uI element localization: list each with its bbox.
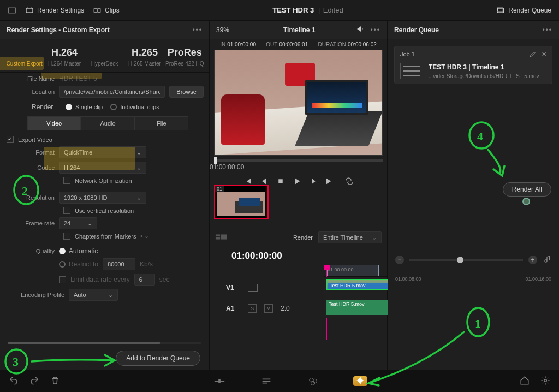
- job-path: ...vider Storage/Downloads/HDR TEST 5.mo…: [429, 73, 539, 79]
- go-end-icon[interactable]: [324, 175, 336, 187]
- quality-restrict-radio[interactable]: Restrict to: [59, 260, 98, 268]
- render-queue-title: Render Queue: [394, 26, 439, 34]
- preset-prores[interactable]: ProRes ProRes 422 HQ: [165, 47, 205, 67]
- restrict-field[interactable]: [103, 258, 135, 270]
- location-field[interactable]: [59, 86, 165, 98]
- undo-icon[interactable]: [9, 376, 19, 387]
- zoom-in-icon[interactable]: +: [528, 256, 537, 264]
- render-scope-select[interactable]: Entire Timeline⌄: [318, 231, 382, 243]
- redo-icon[interactable]: [29, 376, 39, 387]
- play-icon[interactable]: [291, 175, 303, 187]
- job-card[interactable]: Job 1 ✕ TEST HDR 3 | Timeline 1 ...vider…: [394, 46, 552, 84]
- page-deliver-icon[interactable]: [353, 376, 367, 386]
- encoding-profile-select[interactable]: Auto⌄: [69, 289, 118, 301]
- video-clip[interactable]: Test HDR 5.mov: [326, 279, 390, 290]
- preset-custom-export[interactable]: Custom Export: [4, 47, 44, 67]
- panel-menu-icon[interactable]: •••: [192, 26, 203, 34]
- job-title: TEST HDR 3 | Timeline 1: [429, 63, 539, 71]
- preset-hyperdeck[interactable]: HyperDeck: [85, 47, 124, 67]
- render-queue-nav[interactable]: Render Queue: [496, 6, 551, 15]
- timeline-ruler[interactable]: 01:00:00:00: [324, 265, 387, 277]
- tab-video[interactable]: Video: [27, 116, 81, 130]
- film-icon: [400, 63, 423, 79]
- svg-rect-8: [216, 237, 220, 239]
- track-a1-label: A1: [226, 305, 242, 312]
- export-video-check[interactable]: [7, 136, 14, 143]
- codec-select[interactable]: H.264⌄: [59, 162, 146, 174]
- zoom-percent[interactable]: 39%: [216, 26, 242, 34]
- ruler-tick-2: 01:00:16:00: [525, 276, 551, 282]
- audio-meters-icon[interactable]: [543, 256, 551, 264]
- add-to-render-queue-button[interactable]: Add to Render Queue: [116, 351, 200, 366]
- net-opt-check[interactable]: [63, 177, 70, 184]
- scrub-bar[interactable]: [214, 159, 383, 162]
- track-a1-mute[interactable]: M: [264, 304, 273, 313]
- svg-rect-1: [26, 8, 33, 13]
- svg-rect-6: [278, 179, 283, 183]
- location-label: Location: [12, 88, 55, 95]
- job-remove-icon[interactable]: ✕: [542, 51, 546, 58]
- touch-indicator-icon: [522, 198, 530, 205]
- tc-dur: DURATION00:00:06:02: [318, 41, 377, 47]
- render-scope-label: Render: [293, 234, 313, 241]
- preset-h265-master[interactable]: H.265 H.265 Master: [124, 47, 164, 67]
- render-settings-nav[interactable]: Render Settings: [25, 6, 84, 15]
- svg-rect-0: [9, 8, 15, 13]
- clips-nav[interactable]: Clips: [93, 6, 120, 15]
- tc-out: OUT00:00:06:01: [266, 41, 308, 47]
- track-a1-solo[interactable]: S: [248, 304, 257, 313]
- browse-button[interactable]: Browse: [169, 86, 204, 98]
- queue-menu-icon[interactable]: •••: [542, 26, 552, 34]
- home-icon[interactable]: [520, 376, 530, 387]
- quality-auto-radio[interactable]: Automatic: [59, 247, 98, 255]
- project-title: TEST HDR 3: [272, 6, 314, 14]
- timeline-timecode: 01:00:00:00: [231, 251, 282, 262]
- tab-audio[interactable]: Audio: [81, 116, 134, 130]
- audio-clip[interactable]: Test HDR 5.mov: [326, 300, 390, 315]
- page-edit-icon[interactable]: [259, 376, 273, 386]
- vert-res-check[interactable]: [63, 207, 70, 214]
- format-select[interactable]: QuickTime⌄: [59, 146, 146, 158]
- stop-icon[interactable]: [275, 175, 287, 187]
- tc-in: IN01:00:00:00: [220, 41, 256, 47]
- svg-point-13: [544, 379, 547, 382]
- page-cut-icon[interactable]: [212, 376, 227, 386]
- svg-rect-9: [221, 234, 227, 239]
- limit-check[interactable]: [59, 276, 66, 283]
- render-individual-radio[interactable]: Individual clips: [110, 104, 159, 110]
- loop-icon[interactable]: [343, 175, 355, 187]
- volume-icon[interactable]: [356, 25, 365, 35]
- framerate-select[interactable]: 24⌄: [59, 217, 97, 229]
- edited-tag: | Edited: [319, 6, 343, 14]
- codec-label: Codec: [12, 164, 55, 171]
- step-fwd-icon[interactable]: [307, 175, 319, 187]
- tab-file[interactable]: File: [135, 116, 188, 130]
- ruler-tick-1: 01:00:08:00: [395, 276, 421, 282]
- zoom-out-icon[interactable]: −: [395, 256, 404, 264]
- track-v1-icon[interactable]: [248, 284, 258, 292]
- fullscreen-icon[interactable]: [8, 6, 16, 15]
- track-v1-label: V1: [226, 284, 242, 292]
- preset-strip: Custom Export H.264 H.264 Master HyperDe…: [0, 39, 209, 73]
- viewer-menu-icon[interactable]: •••: [370, 26, 380, 34]
- clip-thumbnail[interactable]: 01: [214, 185, 269, 219]
- format-label: Format: [12, 149, 55, 156]
- settings-scrollbar[interactable]: [8, 342, 201, 344]
- clips-label: Clips: [105, 7, 120, 14]
- filename-label: File Name: [12, 75, 55, 82]
- limit-field[interactable]: [134, 274, 155, 286]
- preview-viewer[interactable]: [214, 50, 383, 156]
- zoom-slider[interactable]: [409, 259, 523, 261]
- chapters-check[interactable]: [63, 233, 70, 240]
- gear-icon[interactable]: [540, 376, 550, 387]
- render-all-button[interactable]: Render All: [503, 182, 551, 197]
- track-a1-channels: 2.0: [281, 305, 290, 312]
- trash-icon[interactable]: [50, 376, 60, 387]
- preset-h264-master[interactable]: H.264 H.264 Master: [44, 47, 84, 67]
- export-video-label: Export Video: [18, 136, 52, 143]
- resolution-select[interactable]: 1920 x 1080 HD⌄: [59, 192, 146, 204]
- render-single-radio[interactable]: Single clip: [66, 104, 103, 110]
- page-color-icon[interactable]: [306, 376, 320, 386]
- job-edit-icon[interactable]: [530, 51, 536, 58]
- timeline-view-icon[interactable]: [215, 233, 227, 242]
